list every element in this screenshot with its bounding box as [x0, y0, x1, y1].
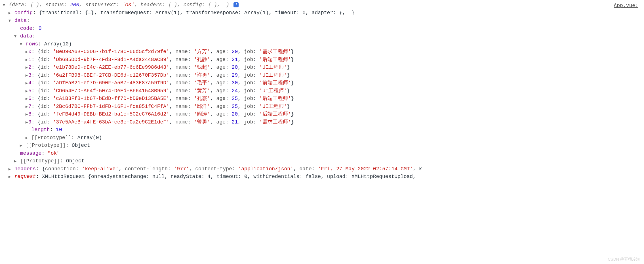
- array-item[interactable]: ▶5: {id: 'CD654E7D-AF4f-5074-DeEd-BF6415…: [2, 87, 642, 95]
- prop-data[interactable]: ▼ data:: [2, 17, 642, 25]
- array-index: 0: [28, 49, 31, 55]
- prop-code[interactable]: ▶ code: 0: [2, 25, 642, 33]
- expand-icon[interactable]: ▶: [19, 142, 23, 150]
- array-index: 4: [28, 80, 31, 86]
- expand-icon[interactable]: ▶: [25, 87, 28, 95]
- collapse-icon[interactable]: ▼: [8, 17, 11, 25]
- expand-toggle-icon[interactable]: ▼: [2, 1, 6, 9]
- expand-icon[interactable]: ▶: [25, 119, 28, 126]
- array-item[interactable]: ▶4: {id: 'aDfEaB21-ef7D-690F-A5B7-483E87…: [2, 79, 642, 87]
- object-summary-row[interactable]: ▼ {data: {…}, status: 200, statusText: '…: [2, 1, 642, 9]
- expand-icon[interactable]: ▶: [25, 72, 28, 79]
- array-item[interactable]: ▶1: {id: 'Db685DDd-9b7F-4Fd3-F8d1-A4da24…: [2, 56, 642, 64]
- prop-rows-prototype[interactable]: ▶ [[Prototype]]: Array(0): [2, 134, 642, 142]
- prop-inner-data[interactable]: ▼ data:: [2, 32, 642, 40]
- array-index: 1: [28, 57, 31, 62]
- expand-icon[interactable]: ▶: [25, 56, 28, 64]
- prop-request[interactable]: ▶ request: XMLHttpRequest {onreadystatec…: [2, 173, 642, 181]
- array-index: 5: [28, 88, 31, 94]
- array-item[interactable]: ▶8: {id: 'feFB4d49-DEBb-BEd2-ba1c-5C2cC7…: [2, 110, 642, 118]
- request-preview: XMLHttpRequest {onreadystatechange: null…: [42, 174, 416, 179]
- array-item[interactable]: ▶2: {id: 'e1b78DeD-dE4c-A2EE-eb77-6c6Ee9…: [2, 64, 642, 72]
- config-preview: {transitional: {…}, transformRequest: Ar…: [39, 10, 355, 16]
- object-preview: {data: {…}, status: 200, statusText: 'OK…: [9, 2, 233, 8]
- array-index: 9: [28, 119, 31, 125]
- expand-icon[interactable]: ▶: [25, 111, 28, 118]
- info-icon[interactable]: i: [233, 2, 239, 7]
- expand-icon[interactable]: ▶: [14, 158, 17, 165]
- array-index: 8: [28, 111, 31, 117]
- array-item[interactable]: ▶0: {id: 'BeD90A6B-C0D6-7b1f-178C-66d5cf…: [2, 48, 642, 56]
- expand-icon[interactable]: ▶: [25, 103, 28, 111]
- array-item[interactable]: ▶3: {id: '6a2fFB98-CBEf-27CB-DE6d-c12670…: [2, 72, 642, 79]
- headers-preview: {connection: 'keep-alive', content-lengt…: [42, 166, 422, 172]
- array-index: 7: [28, 104, 31, 109]
- expand-icon[interactable]: ▶: [8, 173, 11, 181]
- source-link[interactable]: App.vue:: [614, 2, 638, 9]
- prop-config[interactable]: ▶ config: {transitional: {…}, transformR…: [2, 9, 642, 17]
- array-index: 2: [28, 64, 31, 70]
- expand-icon[interactable]: ▶: [8, 165, 11, 173]
- expand-icon[interactable]: ▶: [25, 48, 28, 56]
- prop-headers[interactable]: ▶ headers: {connection: 'keep-alive', co…: [2, 165, 642, 173]
- prop-length[interactable]: ▶ length: 10: [2, 126, 642, 134]
- rows-type: Array(10): [44, 41, 72, 47]
- expand-icon[interactable]: ▶: [25, 95, 28, 103]
- array-item[interactable]: ▶9: {id: '37c5AAeB-a4fE-63bA-ce3e-Ca2e9C…: [2, 118, 642, 126]
- expand-icon[interactable]: ▶: [8, 9, 11, 17]
- prop-data-prototype[interactable]: ▶ [[Prototype]]: Object: [2, 157, 642, 165]
- expand-icon[interactable]: ▶: [25, 79, 28, 87]
- prop-innerdata-prototype[interactable]: ▶ [[Prototype]]: Object: [2, 142, 642, 150]
- collapse-icon[interactable]: ▼: [19, 41, 23, 48]
- expand-icon[interactable]: ▶: [25, 64, 28, 72]
- expand-icon[interactable]: ▶: [25, 134, 28, 142]
- request-key: request: [14, 174, 36, 179]
- prop-message[interactable]: ▶ message: "ok": [2, 150, 642, 158]
- array-item[interactable]: ▶7: {id: '2Bc6d7BC-FFb7-1dFD-16F1-fca851…: [2, 103, 642, 111]
- array-item[interactable]: ▶6: {id: 'cA1B3FfB-1b67-bEdD-ff7D-bD9eD1…: [2, 95, 642, 103]
- collapse-icon[interactable]: ▼: [14, 33, 17, 40]
- array-index: 3: [28, 72, 31, 78]
- array-index: 6: [28, 96, 31, 101]
- prop-rows[interactable]: ▼ rows: Array(10): [2, 40, 642, 48]
